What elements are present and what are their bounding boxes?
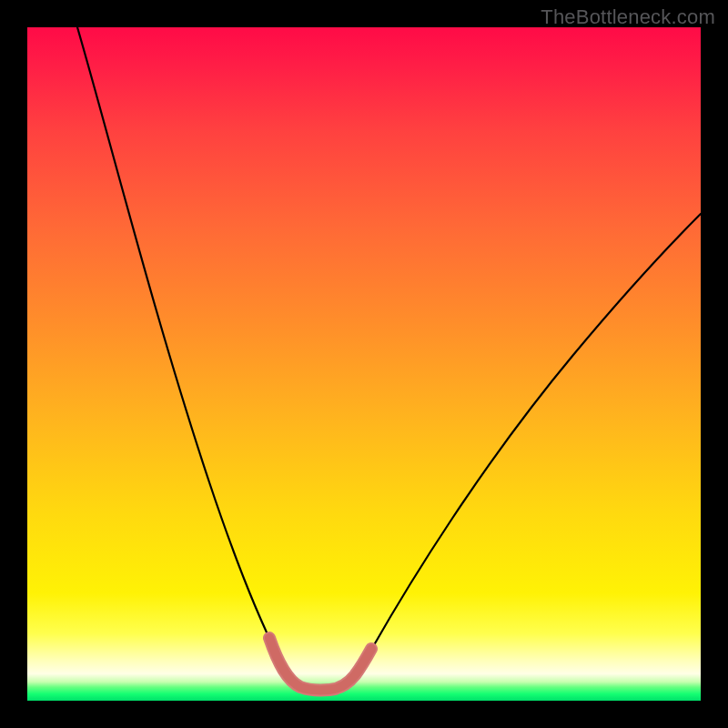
- curve-path: [77, 27, 701, 688]
- plot-area: [27, 27, 701, 701]
- bottleneck-curve: [27, 27, 701, 701]
- chart-stage: TheBottleneck.com: [0, 0, 728, 728]
- watermark-label: TheBottleneck.com: [541, 5, 715, 29]
